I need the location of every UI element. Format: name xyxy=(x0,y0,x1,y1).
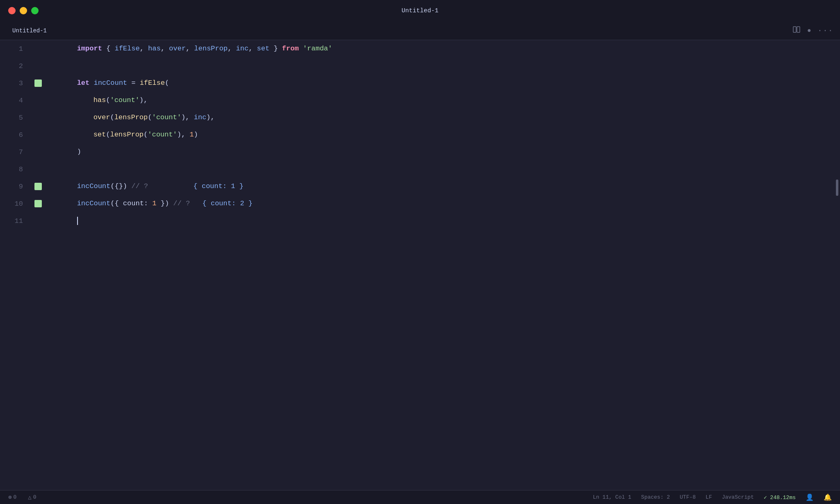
green-indicator-9 xyxy=(34,183,42,190)
line-number-4: 4 xyxy=(4,97,33,104)
tab-untitled[interactable]: Untitled-1 xyxy=(7,25,52,36)
indicator-3 xyxy=(33,79,43,87)
line-number-6: 6 xyxy=(4,131,33,139)
warning-count[interactable]: △ 0 xyxy=(28,494,36,501)
green-indicator-10 xyxy=(34,200,42,207)
encoding[interactable]: UTF-8 xyxy=(680,494,696,500)
maximize-button[interactable] xyxy=(31,7,39,14)
indicator-9 xyxy=(33,183,43,190)
svg-rect-1 xyxy=(797,27,800,32)
editor: 1 import { ifElse, has, over, lensProp, … xyxy=(0,40,840,490)
line-number-1: 1 xyxy=(4,45,33,53)
warning-number: 0 xyxy=(33,494,37,500)
status-left: ⊗ 0 △ 0 xyxy=(8,494,37,501)
error-number: 0 xyxy=(13,494,16,500)
error-icon: ⊗ xyxy=(8,494,11,501)
status-right: Ln 11, Col 1 Spaces: 2 UTF-8 LF JavaScri… xyxy=(593,493,832,502)
language-mode[interactable]: JavaScript xyxy=(722,494,754,500)
warning-icon: △ xyxy=(28,494,31,501)
person-icon[interactable]: 👤 xyxy=(806,493,814,502)
line-number-3: 3 xyxy=(4,79,33,87)
unsaved-dot: ● xyxy=(807,27,811,34)
line-number-7: 7 xyxy=(4,148,33,156)
line-11: 11 xyxy=(4,212,834,229)
tab-label: Untitled-1 xyxy=(12,27,47,34)
more-actions-icon[interactable]: ··· xyxy=(818,27,833,35)
tab-bar: Untitled-1 ● ··· xyxy=(0,21,840,40)
notification-icon[interactable]: 🔔 xyxy=(824,493,832,502)
scrollbar-thumb[interactable] xyxy=(836,179,838,196)
line-number-10: 10 xyxy=(4,200,33,208)
line-number-11: 11 xyxy=(4,217,33,225)
title-bar: Untitled-1 xyxy=(0,0,840,21)
timing: ✓ 248.12ms xyxy=(764,494,796,501)
svg-rect-0 xyxy=(793,27,796,32)
line-number-8: 8 xyxy=(4,166,33,173)
line-number-9: 9 xyxy=(4,183,33,191)
minimize-button[interactable] xyxy=(20,7,27,14)
close-button[interactable] xyxy=(8,7,16,14)
split-editor-icon[interactable] xyxy=(792,25,801,36)
line-6: 6 set(lensProp('count'), 1) xyxy=(4,126,834,143)
line-7: 7 ) xyxy=(4,143,834,161)
line-number-2: 2 xyxy=(4,62,33,70)
code-editor[interactable]: 1 import { ifElse, has, over, lensProp, … xyxy=(0,40,834,490)
scrollbar[interactable] xyxy=(834,40,840,490)
tab-actions: ● ··· xyxy=(792,25,833,36)
indicator-10 xyxy=(33,200,43,207)
indentation[interactable]: Spaces: 2 xyxy=(641,494,670,500)
line-number-5: 5 xyxy=(4,114,33,122)
eol[interactable]: LF xyxy=(705,494,712,500)
line-10: 10 incCount({ count: 1 }) // ? { count: … xyxy=(4,195,834,212)
traffic-lights xyxy=(8,7,39,14)
green-indicator-3 xyxy=(34,79,42,87)
window-title: Untitled-1 xyxy=(402,7,438,14)
line-1: 1 import { ifElse, has, over, lensProp, … xyxy=(4,40,834,57)
status-bar: ⊗ 0 △ 0 Ln 11, Col 1 Spaces: 2 UTF-8 LF … xyxy=(0,490,840,504)
cursor-position[interactable]: Ln 11, Col 1 xyxy=(593,494,631,500)
error-count[interactable]: ⊗ 0 xyxy=(8,494,16,501)
code-line-11 xyxy=(43,195,78,247)
